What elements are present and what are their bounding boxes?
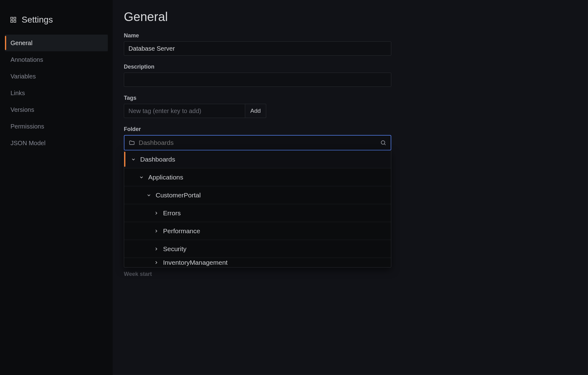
chevron-right-icon[interactable] <box>153 260 160 265</box>
settings-sidebar: Settings General Annotations Variables L… <box>0 0 113 375</box>
tree-item-dashboards[interactable]: Dashboards <box>124 150 391 168</box>
sidebar-item-json-model[interactable]: JSON Model <box>5 135 108 151</box>
folder-icon <box>129 140 135 146</box>
sidebar-item-links[interactable]: Links <box>5 85 108 101</box>
tree-item-security[interactable]: Security <box>124 240 391 258</box>
sidebar-item-label: JSON Model <box>10 140 45 147</box>
week-start-label: Week start <box>124 271 577 277</box>
description-label: Description <box>124 64 577 70</box>
svg-rect-3 <box>14 20 16 22</box>
svg-rect-0 <box>11 17 13 19</box>
chevron-down-icon[interactable] <box>138 175 145 180</box>
tree-item-label: CustomerPortal <box>156 192 201 199</box>
name-input[interactable] <box>124 41 391 56</box>
sidebar-item-label: Versions <box>10 106 34 113</box>
chevron-right-icon[interactable] <box>153 229 160 234</box>
tags-label: Tags <box>124 95 577 101</box>
sidebar-item-label: General <box>10 40 32 47</box>
description-field: Description <box>124 64 577 87</box>
dashboard-icon <box>10 16 17 23</box>
description-input[interactable] <box>124 73 391 87</box>
name-field: Name <box>124 32 577 56</box>
tree-item-errors[interactable]: Errors <box>124 204 391 222</box>
tree-item-label: Security <box>163 245 187 253</box>
tree-item-label: InventoryManagement <box>163 259 228 266</box>
tree-item-inventory[interactable]: InventoryManagement <box>124 258 391 267</box>
sidebar-title: Settings <box>22 15 53 25</box>
folder-dropdown: Dashboards Applications CustomerPortal <box>124 150 391 268</box>
chevron-down-icon[interactable] <box>130 157 137 162</box>
sidebar-item-permissions[interactable]: Permissions <box>5 118 108 135</box>
sidebar-item-versions[interactable]: Versions <box>5 101 108 118</box>
svg-rect-2 <box>11 20 13 22</box>
tree-item-label: Dashboards <box>140 156 175 163</box>
tree-item-customerportal[interactable]: CustomerPortal <box>124 186 391 204</box>
chevron-down-icon[interactable] <box>145 193 153 198</box>
sidebar-item-label: Variables <box>10 73 36 80</box>
tags-input[interactable] <box>124 104 245 118</box>
sidebar-item-label: Permissions <box>10 123 44 130</box>
sidebar-nav: General Annotations Variables Links Vers… <box>0 35 113 151</box>
sidebar-item-label: Links <box>10 90 25 97</box>
chevron-right-icon[interactable] <box>153 246 160 251</box>
sidebar-header: Settings <box>0 15 113 35</box>
tree-item-label: Performance <box>163 227 200 235</box>
sidebar-item-label: Annotations <box>10 56 43 63</box>
folder-field: Folder <box>124 126 577 150</box>
svg-rect-1 <box>14 17 16 19</box>
svg-point-4 <box>381 141 385 144</box>
tags-field: Tags Add <box>124 95 577 118</box>
sidebar-item-annotations[interactable]: Annotations <box>5 51 108 68</box>
add-tag-button[interactable]: Add <box>245 104 266 118</box>
chevron-right-icon[interactable] <box>153 211 160 216</box>
sidebar-item-variables[interactable]: Variables <box>5 68 108 85</box>
folder-select[interactable] <box>124 135 391 150</box>
search-icon[interactable] <box>380 140 386 146</box>
tree-item-performance[interactable]: Performance <box>124 222 391 240</box>
tree-item-label: Applications <box>148 174 183 181</box>
svg-line-5 <box>384 144 386 145</box>
sidebar-item-general[interactable]: General <box>5 35 108 51</box>
page-title: General <box>124 10 577 24</box>
tree-item-label: Errors <box>163 209 181 217</box>
tree-item-applications[interactable]: Applications <box>124 168 391 186</box>
name-label: Name <box>124 32 577 39</box>
main-panel: General Name Description Tags Add Folder <box>113 0 588 375</box>
folder-label: Folder <box>124 126 577 133</box>
folder-input[interactable] <box>139 139 376 146</box>
